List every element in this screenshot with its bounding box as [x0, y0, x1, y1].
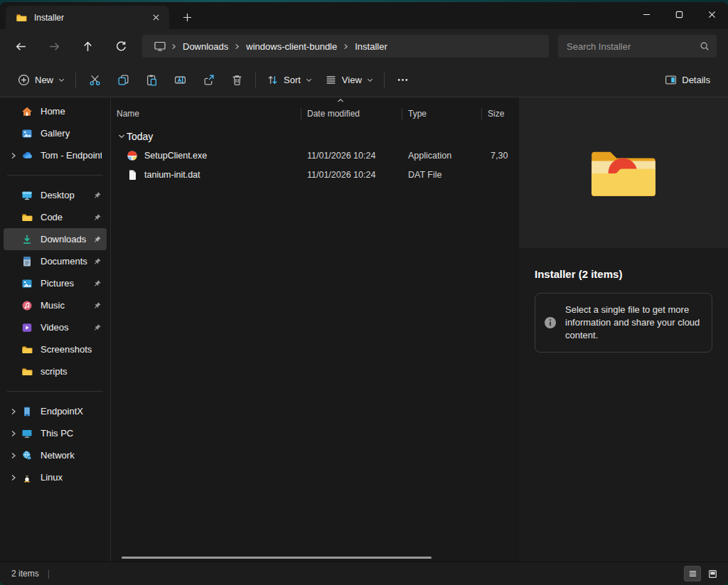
copy-button[interactable]	[109, 68, 137, 92]
large-icons-view-toggle[interactable]	[704, 566, 721, 581]
up-button[interactable]	[75, 34, 100, 58]
chevron-right-icon	[234, 43, 240, 50]
file-row-tanium-init[interactable]: tanium-init.dat 11/01/2026 10:24 DAT Fil…	[111, 165, 519, 184]
preview-title: Installer (2 items)	[535, 268, 712, 280]
sidebar-item-downloads[interactable]: Downloads	[4, 228, 107, 250]
close-button[interactable]	[695, 2, 728, 26]
desktop-icon	[21, 190, 33, 201]
column-header-type[interactable]: Type	[402, 108, 482, 119]
sidebar-item-desktop[interactable]: Desktop	[4, 184, 107, 206]
minimize-button[interactable]	[630, 2, 663, 26]
view-list-icon	[325, 74, 337, 86]
back-button[interactable]	[9, 34, 33, 58]
preview-info-card: Select a single file to get more informa…	[535, 293, 712, 353]
this-pc-icon	[21, 428, 33, 439]
details-pane: Installer (2 items) Select a single file…	[519, 97, 728, 562]
chevron-down-icon	[306, 77, 312, 83]
forward-button[interactable]	[42, 34, 66, 58]
sidebar-item-endpointx[interactable]: EndpointX	[4, 400, 107, 422]
view-button[interactable]: View	[318, 69, 380, 91]
network-icon	[21, 450, 33, 461]
chevron-right-icon[interactable]	[4, 452, 21, 459]
this-pc-icon[interactable]	[149, 41, 171, 52]
file-explorer-window: Installer	[0, 2, 728, 585]
sort-label: Sort	[284, 75, 301, 85]
search-icon[interactable]	[700, 41, 710, 51]
preview-info-text: Select a single file to get more informa…	[565, 304, 703, 342]
more-options-button[interactable]	[389, 68, 417, 92]
sidebar-item-music[interactable]: Music	[4, 294, 107, 316]
plus-circle-icon	[18, 74, 30, 86]
pictures-icon	[21, 278, 33, 289]
home-icon	[21, 106, 33, 117]
tab-close-icon[interactable]	[148, 10, 164, 26]
open-folder-preview-icon	[590, 146, 657, 199]
new-label: New	[35, 75, 53, 85]
file-name: SetupClient.exe	[144, 151, 207, 161]
sidebar-item-onedrive[interactable]: Tom - EndpointX	[4, 144, 107, 166]
paste-button[interactable]	[137, 68, 166, 92]
group-label: Today	[127, 131, 153, 142]
chevron-down-icon	[367, 77, 373, 83]
explorer-tab[interactable]: Installer	[6, 6, 169, 29]
sidebar-item-pictures[interactable]: Pictures	[4, 272, 107, 294]
sidebar-item-screenshots[interactable]: Screenshots	[4, 338, 107, 360]
linux-penguin-icon	[21, 472, 33, 483]
sidebar-divider	[7, 391, 103, 392]
sidebar-item-linux[interactable]: Linux	[4, 466, 107, 488]
sort-button[interactable]: Sort	[260, 69, 318, 91]
file-type: Application	[402, 151, 482, 161]
pin-icon	[93, 191, 102, 200]
tab-bar: Installer	[0, 2, 728, 29]
horizontal-scrollbar[interactable]	[122, 557, 432, 559]
chevron-right-icon[interactable]	[4, 474, 21, 481]
rename-button[interactable]	[166, 68, 194, 92]
details-view-toggle[interactable]	[684, 566, 701, 581]
folder-icon	[16, 12, 27, 23]
toolbar-divider	[75, 73, 76, 88]
column-header-size[interactable]: Size	[482, 108, 519, 119]
pin-icon	[93, 279, 102, 288]
view-label: View	[342, 75, 362, 85]
sidebar-item-videos[interactable]: Videos	[4, 316, 107, 338]
refresh-button[interactable]	[109, 34, 133, 58]
onedrive-cloud-icon	[21, 149, 33, 161]
chevron-down-icon[interactable]	[111, 133, 127, 140]
sort-ascending-icon	[337, 98, 344, 103]
file-size: 7,30	[482, 151, 519, 161]
breadcrumb-windows-client-bundle[interactable]: windows-client-bundle	[240, 41, 343, 52]
group-header-today[interactable]: Today	[111, 127, 519, 146]
toolbar-divider	[384, 73, 385, 88]
new-button[interactable]: New	[11, 69, 71, 91]
sidebar-item-documents[interactable]: Documents	[4, 250, 107, 272]
sidebar-item-code[interactable]: Code	[4, 206, 107, 228]
pin-icon	[93, 213, 102, 222]
toolbar-divider	[255, 73, 256, 88]
chevron-right-icon[interactable]	[4, 430, 21, 437]
file-date: 11/01/2026 10:24	[301, 170, 402, 180]
sidebar-item-gallery[interactable]: Gallery	[4, 122, 107, 144]
chevron-right-icon[interactable]	[4, 152, 21, 159]
sidebar-item-scripts[interactable]: scripts	[4, 360, 107, 382]
share-button[interactable]	[194, 68, 223, 92]
folder-icon	[21, 366, 33, 377]
column-header-name[interactable]: Name	[111, 108, 301, 119]
search-box	[558, 35, 717, 58]
chevron-right-icon	[343, 43, 349, 50]
chevron-right-icon[interactable]	[4, 408, 21, 415]
breadcrumb-downloads[interactable]: Downloads	[177, 41, 234, 52]
sidebar-item-home[interactable]: Home	[4, 100, 107, 122]
search-input[interactable]	[567, 41, 700, 52]
delete-button[interactable]	[223, 68, 251, 92]
cut-button[interactable]	[80, 68, 109, 92]
file-type: DAT File	[402, 170, 482, 180]
maximize-button[interactable]	[663, 2, 695, 26]
breadcrumb-installer[interactable]: Installer	[349, 41, 393, 52]
navigation-bar: Downloads windows-client-bundle Installe…	[0, 29, 728, 63]
new-tab-button[interactable]	[178, 8, 196, 26]
file-row-setupclient[interactable]: SetupClient.exe 11/01/2026 10:24 Applica…	[111, 146, 519, 165]
column-header-date-modified[interactable]: Date modified	[301, 108, 402, 119]
sidebar-item-this-pc[interactable]: This PC	[4, 422, 107, 444]
details-pane-button[interactable]: Details	[658, 69, 717, 91]
sidebar-item-network[interactable]: Network	[4, 444, 107, 466]
